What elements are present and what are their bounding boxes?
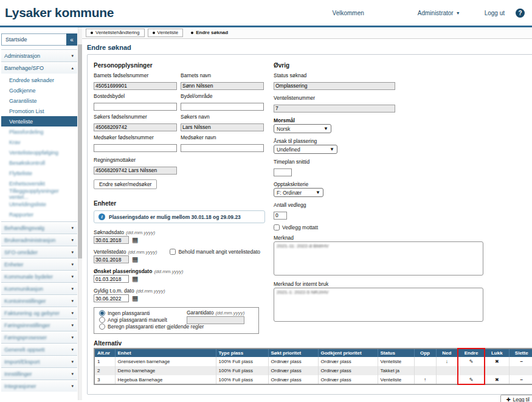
sidebar-item-garantiliste[interactable]: Garantiliste <box>1 95 77 106</box>
close-icon[interactable]: ✖ <box>485 375 509 384</box>
sidebar-item-redacted[interactable]: Krav <box>1 137 77 147</box>
sidebar-accordion-redacted[interactable]: Føringsinnstillinger ▾ <box>1 319 77 331</box>
garantidato-field[interactable] <box>187 316 244 324</box>
cell-empty <box>485 366 509 375</box>
sidebar-item-startside[interactable]: Startside « <box>1 33 77 46</box>
regningsmottaker-field[interactable] <box>94 167 177 175</box>
sokers-navn-field[interactable] <box>181 123 264 131</box>
edit-pencil-icon[interactable]: ✎ <box>458 357 485 366</box>
sidebar-item-redacted[interactable]: Rapporter <box>1 209 77 220</box>
sidebar-item-redacted[interactable]: Ventelisteoppfølging <box>1 147 77 158</box>
help-icon[interactable]: ? <box>516 9 525 18</box>
sidebar-collapse-button[interactable]: « <box>66 33 77 46</box>
merknad-textarea[interactable]: 2021-11: 2022-8 BM/HV <box>274 241 483 276</box>
sidebar-accordion-redacted[interactable]: Integrasjoner ▾ <box>1 379 77 392</box>
antall-vedlegg-field[interactable] <box>274 212 287 220</box>
sidebar-item-redacted[interactable]: Flytteliste <box>1 168 77 178</box>
tab-endre-soknad[interactable]: Endre søknad <box>186 29 233 37</box>
beregn-plassgaranti-radio[interactable] <box>99 324 105 330</box>
merknad-internt-textarea[interactable]: 2021-1: 2022-5 NRJ/HV <box>274 288 483 322</box>
sidebar-accordion-redacted[interactable]: Enheter ▾ <box>1 258 77 270</box>
chevron-down-icon: ▾ <box>71 323 74 328</box>
chevron-down-icon: ▾ <box>71 335 74 340</box>
sidebar-accordion-redacted[interactable]: Brukeradministrasjon ▾ <box>1 234 77 246</box>
bostedsbydel-field[interactable] <box>94 103 177 111</box>
tab-ventelistehandtering[interactable]: Ventelistehåndtering <box>86 29 145 37</box>
logout-link[interactable]: Logg ut <box>485 10 505 16</box>
onsket-plasseringsdato-field[interactable] <box>94 275 129 283</box>
edit-pencil-icon[interactable]: ✎ <box>458 375 485 384</box>
sidebar-submenu: Endrede søknader Godkjenne Garantiliste … <box>1 74 77 221</box>
user-menu[interactable]: Administrator ▼ <box>418 10 460 16</box>
sidebar-accordion-redacted[interactable]: Generelt oppsett ▾ <box>1 343 77 355</box>
sidebar-item-redacted[interactable]: Plassfordeling <box>1 126 77 137</box>
gyldig-tom-dato-field[interactable] <box>94 294 129 302</box>
morsmal-select[interactable]: Norsk ▼ <box>274 124 331 133</box>
close-icon[interactable]: ✖ <box>485 357 509 366</box>
cell-altnr: 1 <box>94 357 115 366</box>
calendar-icon[interactable]: ▦ <box>132 237 138 243</box>
sidebar-accordion-redacted[interactable]: Kommunikasjon ▾ <box>1 282 77 294</box>
sidebar-item-redacted[interactable]: Utmeldingsliste <box>1 199 77 209</box>
ingen-plassgaranti-radio[interactable] <box>99 310 105 316</box>
sidebar-item-redacted[interactable]: Enhetsoversikt <box>1 178 77 189</box>
ventelistenummer-field[interactable] <box>274 105 395 113</box>
sidebar-accordion-redacted[interactable]: Behandlingsvalg ▾ <box>1 221 77 234</box>
calendar-icon[interactable]: ▦ <box>132 256 138 263</box>
calendar-icon[interactable]: ▦ <box>132 276 138 282</box>
status-soknad-field[interactable] <box>274 82 395 90</box>
cell-empty <box>458 366 485 375</box>
calendar-icon[interactable]: ▦ <box>132 295 138 302</box>
tab-venteliste[interactable]: Venteliste <box>148 29 184 37</box>
sidebar-item-redacted[interactable]: Besøkskontroll <box>1 158 77 168</box>
sidebar-accordion-redacted[interactable]: Føringsprosesser ▾ <box>1 331 77 343</box>
sidebar-accordion-administrasjon[interactable]: Administrasjon ▾ <box>1 49 77 61</box>
chevron-down-icon: ▼ <box>316 190 320 195</box>
arsak-til-plassering-select[interactable]: Undefined ▼ <box>274 145 337 154</box>
chevron-down-icon: ▾ <box>71 286 74 291</box>
sidebar-item-venteliste[interactable]: Venteliste <box>1 116 77 126</box>
sidebar-accordion-redacted[interactable]: Import/Eksport ▾ <box>1 355 77 367</box>
sidebar-accordion-redacted[interactable]: Kontoinnstillinger ▾ <box>1 294 77 307</box>
soknadsdato-field[interactable] <box>94 236 129 244</box>
delete-minus-icon[interactable]: − <box>509 357 532 366</box>
sidebar-accordion-redacted[interactable]: Fakturering og gebyrer ▾ <box>1 307 77 319</box>
barnets-fodselsnummer-field[interactable] <box>94 82 177 90</box>
col-header: Lukk <box>485 348 509 357</box>
field-label: Barnets navn <box>181 72 264 78</box>
field-label: Ønsket plasseringsdato <box>94 268 152 274</box>
sidebar-accordion-redacted[interactable]: Kommunale bydeler ▾ <box>1 270 77 282</box>
cell-type: 100% Full plass <box>216 375 268 384</box>
behold-ventelistedato-checkbox[interactable] <box>170 249 176 255</box>
barnets-navn-field[interactable] <box>181 82 264 90</box>
ventelistedato-field[interactable] <box>94 255 129 263</box>
radio-label: Ingen plassgaranti <box>108 310 150 316</box>
sidebar-accordion-barnehage-sfo[interactable]: Barnehage/SFO ▴ <box>1 61 77 74</box>
bydel-omrade-field[interactable] <box>181 103 264 111</box>
sidebar-scrollbar-thumb[interactable] <box>78 44 82 258</box>
sokers-fodselsnummer-field[interactable] <box>94 123 177 131</box>
date-format-hint: (dd.mm.yyyy) <box>126 230 155 235</box>
move-up-icon[interactable]: ↑ <box>414 375 436 384</box>
endre-soker-button[interactable]: Endre søker/medsøker <box>94 179 157 189</box>
vedlegg-mottatt-checkbox[interactable] <box>274 224 280 230</box>
cell-godkjent: Ordinær plass <box>318 375 378 384</box>
sidebar-accordion-redacted[interactable]: Innstillinger ▾ <box>1 367 77 379</box>
sidebar-item-redacted[interactable]: Tilleggsopplysninger ventel... <box>1 189 77 199</box>
medsoker-navn-field[interactable] <box>181 144 264 152</box>
timeplan-snittid-field[interactable] <box>274 168 292 176</box>
chevron-down-icon: ▾ <box>71 226 74 230</box>
delete-minus-icon[interactable]: − <box>509 375 532 384</box>
move-down-icon[interactable]: ↓ <box>436 357 458 366</box>
legg-til-button[interactable]: ✚ Legg til <box>500 395 532 402</box>
sidebar-item-godkjenne[interactable]: Godkjenne <box>1 85 77 95</box>
date-format-hint: (dd.mm.yyyy) <box>128 249 157 255</box>
field-label: Ventelistenummer <box>274 95 532 101</box>
field-label: Årsak til plassering <box>274 138 532 144</box>
sidebar-item-promotion-list[interactable]: Promotion List <box>1 106 77 116</box>
medsoker-fodselsnummer-field[interactable] <box>94 144 177 152</box>
sidebar-item-endrede-soknader[interactable]: Endrede søknader <box>1 75 77 85</box>
angi-plassgaranti-radio[interactable] <box>99 317 105 323</box>
opptakskriterie-select[interactable]: F: Ordinær ▼ <box>274 188 323 197</box>
sidebar-accordion-redacted[interactable]: SFO-områder ▾ <box>1 246 77 258</box>
